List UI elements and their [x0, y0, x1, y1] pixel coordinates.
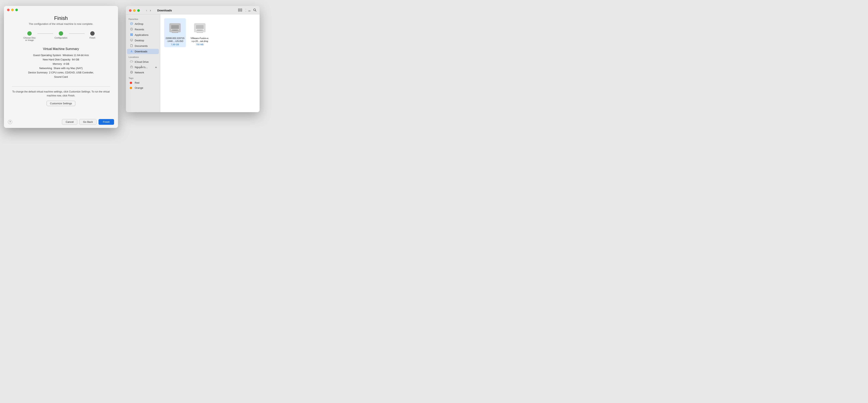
documents-icon	[130, 44, 133, 48]
summary-key-device: Device Summary	[28, 70, 49, 75]
summary-key-disk: New Hard Disk Capacity	[43, 57, 71, 62]
iso-icon-wrapper	[167, 20, 183, 36]
downloads-icon	[130, 50, 133, 53]
sidebar-label-icloud: iCloud Drive	[135, 60, 149, 63]
svg-point-2	[91, 32, 93, 34]
sidebar-item-documents[interactable]: Documents	[127, 43, 159, 49]
step-label-finish: Finish	[90, 37, 95, 39]
orange-tag-icon	[130, 87, 133, 89]
sidebar-item-downloads[interactable]: Downloads	[127, 49, 159, 54]
sidebar-label-applications: Applications	[135, 33, 149, 36]
svg-rect-15	[132, 35, 133, 36]
cancel-button[interactable]: Cancel	[62, 119, 77, 125]
sidebar-item-nguyen[interactable]: Nguyễn's... ⏏	[127, 64, 159, 70]
finder-window: ‹ › Downloads ≫	[126, 6, 259, 112]
iso-file-label: 22000.832.220715-1440…-US.ISO	[165, 37, 185, 43]
finder-title: Downloads	[157, 9, 172, 12]
forward-button[interactable]: ›	[149, 8, 152, 12]
sidebar-item-airdrop[interactable]: AirDrop	[127, 21, 159, 27]
desktop-icon	[130, 39, 133, 42]
svg-line-8	[255, 11, 256, 11]
expand-button[interactable]: ≫	[244, 9, 251, 12]
sidebar-item-applications[interactable]: Applications	[127, 32, 159, 37]
sidebar-item-icloud[interactable]: iCloud Drive	[127, 59, 159, 64]
divider	[12, 86, 110, 87]
finder-maximize-button[interactable]	[137, 9, 140, 12]
wizard-titlebar	[4, 6, 118, 13]
summary-val-network: Share with my Mac (NAT)	[54, 66, 83, 70]
step-config: Configuration	[53, 31, 69, 39]
summary-title: Virtual Machine Summary	[12, 47, 110, 51]
view-toggle-button[interactable]	[238, 8, 242, 12]
summary-val-device: 2 CPU cores, CD/DVD, USB Controller,	[49, 70, 94, 75]
network-icon	[130, 71, 133, 74]
summary-row-memory: Memory 4 GB	[12, 62, 110, 66]
finder-close-button[interactable]	[129, 9, 131, 12]
finder-minimize-button[interactable]	[133, 9, 136, 12]
summary-key-network: Networking	[39, 66, 53, 70]
sidebar-item-desktop[interactable]: Desktop	[127, 38, 159, 43]
step-circle-choose	[27, 31, 32, 36]
summary-rows: Guest Operating System Windows 11 64-bit…	[12, 53, 110, 79]
summary-val-disk: 64 GB	[72, 57, 79, 62]
summary-row-os: Guest Operating System Windows 11 64-bit…	[12, 53, 110, 57]
step-finish: Finish	[85, 31, 100, 39]
finder-main: 22000.832.220715-1440…-US.ISO 7,89 GB	[160, 15, 259, 112]
svg-rect-5	[238, 10, 240, 11]
sidebar-section-favorites: Favorites	[126, 16, 160, 21]
go-back-button[interactable]: Go Back	[79, 119, 97, 125]
svg-rect-16	[130, 39, 133, 41]
sidebar-item-network[interactable]: Network	[127, 70, 159, 75]
recents-icon	[130, 28, 133, 31]
summary-key-memory: Memory	[53, 62, 63, 66]
footer-buttons: Cancel Go Back Finish	[62, 119, 114, 125]
svg-point-10	[131, 24, 132, 24]
summary-val-memory: 4 GB	[63, 62, 69, 66]
finder-titlebar: ‹ › Downloads ≫	[126, 6, 259, 15]
sidebar-label-downloads: Downloads	[135, 50, 147, 53]
nguyen-eject-icon[interactable]: ⏏	[155, 66, 157, 68]
applications-icon	[130, 33, 133, 37]
sidebar-item-recents[interactable]: Recents	[127, 27, 159, 32]
icloud-icon	[130, 60, 133, 63]
finder-traffic-lights	[129, 9, 140, 12]
dmg-file-label: VMware-Fusion-e.x.p-20…sal.dmg	[190, 37, 210, 43]
step-circle-config	[59, 31, 63, 36]
summary-row-device2: Sound Card	[12, 75, 110, 79]
svg-rect-32	[196, 25, 204, 29]
dmg-file-icon	[193, 21, 207, 35]
search-button[interactable]	[253, 8, 256, 12]
help-button[interactable]: ?	[8, 120, 12, 124]
wizard-title: Finish	[54, 15, 68, 21]
step-connector-2	[69, 33, 85, 34]
step-choose: Choose Discor Image	[22, 31, 37, 41]
nguyen-icon	[130, 65, 133, 69]
back-button[interactable]: ‹	[145, 8, 148, 12]
file-item-dmg[interactable]: VMware-Fusion-e.x.p-20…sal.dmg 700 MB	[189, 18, 211, 47]
minimize-button[interactable]	[11, 9, 14, 11]
svg-rect-28	[173, 32, 177, 32]
file-item-iso[interactable]: 22000.832.220715-1440…-US.ISO 7,89 GB	[164, 18, 186, 47]
finder-toolbar-right: ≫	[238, 8, 256, 12]
summary-row-device: Device Summary 2 CPU cores, CD/DVD, USB …	[12, 70, 110, 75]
svg-rect-26	[174, 30, 177, 30]
svg-rect-17	[130, 66, 133, 68]
svg-point-7	[254, 9, 256, 11]
svg-point-0	[29, 32, 30, 34]
sidebar-label-documents: Documents	[135, 45, 148, 48]
sidebar-item-orange-tag[interactable]: Orange	[127, 85, 159, 90]
customize-settings-button[interactable]: Customize Settings	[46, 101, 75, 106]
svg-rect-12	[130, 33, 131, 35]
sidebar-label-red-tag: Red	[135, 81, 140, 84]
sidebar-item-red-tag[interactable]: Red	[127, 80, 159, 85]
steps-row: Choose Discor Image Configuration Finish	[22, 31, 100, 41]
close-button[interactable]	[7, 9, 10, 11]
summary-key-os: Guest Operating System	[33, 53, 62, 57]
finder-body: Favorites AirDrop Recents Applications	[126, 15, 259, 112]
maximize-button[interactable]	[16, 9, 18, 11]
finish-button[interactable]: Finish	[98, 119, 114, 125]
wizard-subtitle: The configuration of the virtual machine…	[29, 23, 93, 25]
summary-row-network: Networking Share with my Mac (NAT)	[12, 66, 110, 70]
iso-file-size: 7,89 GB	[171, 43, 179, 46]
sidebar-section-locations: Locations	[126, 54, 160, 59]
